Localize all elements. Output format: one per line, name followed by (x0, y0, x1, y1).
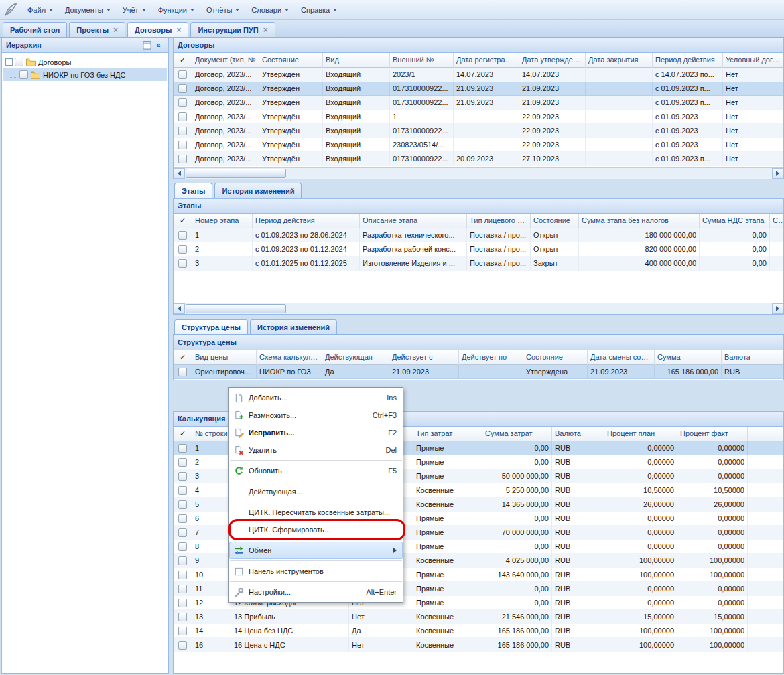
row-checkbox[interactable] (178, 444, 187, 453)
table-row[interactable]: Договор, 2023/...УтверждёнВходящий230823… (174, 138, 783, 152)
menu-toolbar-toggle[interactable]: Панель инструментов (229, 562, 403, 580)
menubar-help[interactable]: Справка (295, 3, 343, 17)
scrollbar-thumb[interactable] (186, 304, 286, 313)
tab-stages[interactable]: Этапы (174, 183, 212, 198)
table-row[interactable]: 1с 01.09.2023 по 28.06.2024Разработка те… (174, 228, 783, 242)
table-row[interactable]: Ориентировоч...НИОКР по ГОЗ ...Да21.09.2… (174, 365, 783, 379)
column-header[interactable]: Сумма НДС этапа (700, 214, 770, 228)
row-checkbox[interactable] (178, 571, 187, 579)
tab-close-icon[interactable]: × (176, 27, 181, 33)
row-checkbox[interactable] (178, 155, 187, 163)
column-header[interactable]: Дата утверждения (519, 53, 586, 68)
column-header[interactable]: Дата регистрации (454, 53, 519, 68)
menu-citk-recalc[interactable]: ЦИТК. Пересчитать косвенные затраты... (229, 504, 403, 521)
menu-duplicate[interactable]: Размножить...Ctrl+F3 (229, 406, 403, 424)
row-checkbox[interactable] (178, 613, 187, 621)
column-header[interactable]: Период действия (653, 53, 723, 68)
row-checkbox[interactable] (178, 599, 187, 607)
column-header[interactable]: Состояние (259, 53, 323, 68)
column-header[interactable]: Условный догово (723, 53, 784, 68)
tree-node-niokr[interactable]: НИОКР по ГОЗ без НДС (3, 68, 167, 81)
row-checkbox[interactable] (178, 556, 187, 565)
column-header[interactable]: Сумма (655, 350, 722, 365)
scroll-right-button[interactable] (772, 168, 783, 179)
scroll-right-button[interactable] (772, 303, 783, 314)
row-checkbox[interactable] (178, 112, 187, 121)
tab-contracts[interactable]: Договоры× (127, 22, 188, 37)
column-header[interactable]: Процент план (604, 427, 677, 441)
menubar-documents[interactable]: Документы (59, 3, 117, 17)
table-row[interactable]: Договор, 2023/...УтверждёнВходящий017310… (174, 124, 783, 138)
column-header[interactable]: Процент факт (677, 427, 748, 441)
column-header[interactable]: Сумм (770, 214, 784, 228)
menu-exchange[interactable]: Обмен (229, 542, 403, 559)
horizontal-scrollbar[interactable] (174, 167, 783, 179)
column-header[interactable]: Вид цены (192, 350, 257, 365)
menubar-dictionaries[interactable]: Словари (245, 3, 295, 17)
column-header[interactable]: № строки (192, 427, 231, 441)
collapse-panel-button[interactable]: « (153, 40, 164, 51)
tree-node-contracts[interactable]: Договоры (3, 56, 167, 68)
row-checkbox[interactable] (178, 528, 187, 537)
table-row[interactable]: 1616 Цена с НДСНетКосвенные165 186 000,0… (174, 638, 783, 652)
menubar-reports[interactable]: Отчёты (200, 3, 245, 17)
row-checkbox[interactable] (178, 259, 187, 268)
tab-price-history[interactable]: История изменений (250, 319, 337, 334)
row-checkbox[interactable] (178, 141, 187, 149)
row-checkbox[interactable] (178, 231, 187, 240)
column-header[interactable]: ✓ (174, 427, 192, 441)
scroll-left-button[interactable] (174, 303, 185, 314)
column-header[interactable]: Состояние (523, 350, 588, 365)
column-header[interactable]: Валюта (552, 427, 604, 441)
column-header[interactable]: Действующая (322, 350, 389, 365)
table-row[interactable]: 3с 01.01.2025 по 01.12.2025Изготовление … (174, 256, 783, 271)
column-header[interactable]: Документ (тип, № (192, 53, 259, 68)
row-checkbox[interactable] (178, 641, 187, 650)
menubar-file[interactable]: Файл (21, 3, 59, 17)
menu-refresh[interactable]: ОбновитьF5 (229, 462, 403, 479)
column-header[interactable]: Состояние (531, 214, 579, 228)
row-checkbox[interactable] (178, 627, 187, 635)
menubar-functions[interactable]: Функции (152, 3, 200, 17)
row-checkbox[interactable] (178, 368, 187, 376)
tab-instructions-pup[interactable]: Инструкции ПУП× (190, 22, 275, 37)
tree-checkbox[interactable] (19, 70, 28, 79)
row-checkbox[interactable] (178, 500, 187, 509)
row-checkbox[interactable] (178, 514, 187, 523)
tab-close-icon[interactable]: × (263, 27, 268, 33)
table-row[interactable]: Договор, 2023/...УтверждёнВходящий017310… (174, 152, 783, 166)
menu-add[interactable]: Добавить...Ins (229, 389, 403, 406)
column-header[interactable]: Схема калькуляци (257, 350, 322, 365)
table-row[interactable]: Договор, 2023/...УтверждёнВходящий017310… (174, 82, 783, 96)
menu-settings[interactable]: Настройки...Alt+Enter (229, 583, 403, 601)
row-checkbox[interactable] (178, 84, 187, 93)
column-header[interactable]: Действует с (389, 350, 459, 365)
hierarchy-view-button[interactable] (141, 40, 153, 51)
row-checkbox[interactable] (178, 70, 187, 79)
table-row[interactable]: Договор, 2023/...УтверждёнВходящий017310… (174, 96, 783, 110)
table-row[interactable]: 2с 01.09.2023 по 01.12.2024Разработка ра… (174, 242, 783, 256)
column-header[interactable]: Тип затрат (413, 427, 482, 441)
column-header[interactable]: Описание этапа (360, 214, 467, 228)
tab-stages-history[interactable]: История изменений (214, 183, 302, 198)
menu-delete[interactable]: УдалитьDel (229, 441, 403, 459)
column-header[interactable]: ✓ (174, 350, 192, 365)
horizontal-scrollbar[interactable] (174, 303, 783, 314)
table-row[interactable]: Договор, 2023/...УтверждёнВходящий2023/1… (174, 68, 783, 82)
row-checkbox[interactable] (178, 585, 187, 593)
tab-price-structure[interactable]: Структура цены (174, 319, 248, 334)
scrollbar-thumb[interactable] (186, 169, 286, 178)
row-checkbox[interactable] (178, 486, 187, 495)
column-header[interactable]: Сумма этапа без налогов (579, 214, 700, 228)
row-checkbox[interactable] (178, 127, 187, 135)
row-checkbox[interactable] (178, 472, 187, 481)
tree-expander-icon[interactable] (5, 58, 13, 66)
column-header[interactable]: Валюта (722, 350, 784, 365)
column-header[interactable]: Действует по (459, 350, 523, 365)
column-header[interactable]: Дата закрытия (586, 53, 653, 68)
row-checkbox[interactable] (178, 98, 187, 107)
menu-edit[interactable]: Исправить...F2 (229, 424, 403, 441)
row-checkbox[interactable] (178, 542, 187, 551)
column-header[interactable]: Период действия (253, 214, 360, 228)
tab-close-icon[interactable]: × (113, 27, 118, 33)
